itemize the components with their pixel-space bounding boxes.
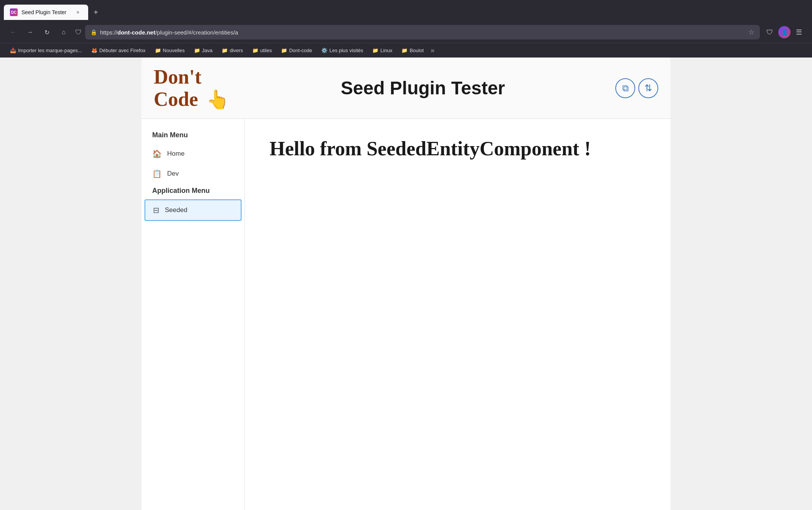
bookmark-linux[interactable]: 📁 Linux xyxy=(368,46,396,55)
folder-java-icon: 📁 xyxy=(194,48,200,53)
address-text: https://dont-code.net/plugin-seed/#/crea… xyxy=(100,29,745,36)
logo: Don't Code 👆 xyxy=(154,66,229,110)
folder-dont-code-icon: 📁 xyxy=(281,48,287,53)
open-external-button[interactable]: ⧉ xyxy=(615,78,635,98)
shield-icon: 🛡 xyxy=(75,28,82,36)
header-actions: ⧉ ⇅ xyxy=(615,78,658,98)
logo-hand-icon: 👆 xyxy=(206,89,229,110)
bookmarks-bar: 📥 Importer les marque-pages... 🦊 Débuter… xyxy=(0,43,812,58)
home-icon: 🏠 xyxy=(152,149,162,158)
sidebar-item-seeded[interactable]: ⊟ Seeded xyxy=(145,199,242,221)
main-content: Hello from SeededEntityComponent ! xyxy=(245,119,671,510)
nav-bar: ← → ↻ ⌂ 🛡 🔒 https://dont-code.net/plugin… xyxy=(0,21,812,43)
app-title: Seed Plugin Tester xyxy=(230,77,615,99)
bookmark-les-plus-visites[interactable]: ⚙️ Les plus visités xyxy=(317,46,367,55)
bookmark-import[interactable]: 📥 Importer les marque-pages... xyxy=(6,46,86,55)
bookmark-linux-label: Linux xyxy=(380,48,392,53)
bookmark-dont-code-label: Dont-code xyxy=(289,48,312,53)
back-button[interactable]: ← xyxy=(6,25,20,39)
lock-icon: 🔒 xyxy=(90,29,97,35)
more-bookmarks-button[interactable]: » xyxy=(431,46,434,54)
sync-button[interactable]: ⇅ xyxy=(638,78,658,98)
forward-button[interactable]: → xyxy=(23,25,37,39)
app-container: Don't Code 👆 Seed Plugin Tester ⧉ ⇅ xyxy=(141,58,671,510)
header-title-area: Seed Plugin Tester xyxy=(230,77,615,99)
address-path: /plugin-seed/#/creation/entities/a xyxy=(155,29,238,36)
bookmark-utiles-label: utiles xyxy=(260,48,272,53)
browser-chrome: DC Seed Plugin Tester × + ← → ↻ ⌂ 🛡 🔒 ht… xyxy=(0,0,812,58)
bookmark-import-label: Importer les marque-pages... xyxy=(18,48,82,53)
address-domain: dont-code.net xyxy=(117,29,155,36)
folder-linux-icon: 📁 xyxy=(372,48,378,53)
logo-line2: Code xyxy=(154,88,198,110)
bookmark-firefox[interactable]: 🦊 Débuter avec Firefox xyxy=(87,46,150,55)
profile-avatar[interactable]: 👤 xyxy=(778,26,791,38)
gear-icon: ⚙️ xyxy=(321,48,327,53)
sidebar-seeded-label: Seeded xyxy=(165,206,187,214)
firefox-icon: 🦊 xyxy=(91,48,97,53)
bookmark-dont-code[interactable]: 📁 Dont-code xyxy=(277,46,316,55)
bookmark-boulot-label: Boulot xyxy=(409,48,424,53)
logo-line1: Don't xyxy=(154,66,201,88)
sidebar-home-label: Home xyxy=(167,150,184,158)
sidebar-item-home[interactable]: 🏠 Home xyxy=(141,144,245,164)
open-external-icon: ⧉ xyxy=(622,83,629,94)
nav-actions: 🛡 👤 ☰ xyxy=(763,25,806,39)
home-button[interactable]: ⌂ xyxy=(57,25,71,39)
bookmark-les-plus-visites-label: Les plus visités xyxy=(329,48,363,53)
pocket-icon[interactable]: 🛡 xyxy=(763,25,777,39)
bookmark-java-label: Java xyxy=(202,48,212,53)
main-menu-label: Main Menu xyxy=(141,128,245,144)
main-heading: Hello from SeededEntityComponent ! xyxy=(270,137,646,160)
tab-favicon: DC xyxy=(10,8,18,16)
sidebar: Main Menu 🏠 Home 📋 Dev Application Menu … xyxy=(141,119,245,510)
folder-nouvelles-icon: 📁 xyxy=(155,48,161,53)
bookmark-nouvelles-label: Nouvelles xyxy=(163,48,185,53)
folder-boulot-icon: 📁 xyxy=(401,48,408,53)
folder-divers-icon: 📁 xyxy=(222,48,228,53)
sync-icon: ⇅ xyxy=(644,83,652,94)
logo-text: Don't Code 👆 xyxy=(154,66,229,110)
tab-bar: DC Seed Plugin Tester × + xyxy=(0,0,812,21)
page-content: Don't Code 👆 Seed Plugin Tester ⧉ ⇅ xyxy=(0,58,812,510)
bookmark-divers-label: divers xyxy=(230,48,243,53)
dev-icon: 📋 xyxy=(152,169,162,178)
bookmark-star-icon[interactable]: ☆ xyxy=(748,28,754,36)
sidebar-item-dev[interactable]: 📋 Dev xyxy=(141,164,245,184)
address-bar[interactable]: 🔒 https://dont-code.net/plugin-seed/#/cr… xyxy=(85,25,760,39)
logo-section: Don't Code 👆 xyxy=(154,66,230,110)
bookmark-divers[interactable]: 📁 divers xyxy=(218,46,247,55)
new-tab-button[interactable]: + xyxy=(90,6,102,18)
active-tab[interactable]: DC Seed Plugin Tester × xyxy=(4,5,88,20)
tab-title: Seed Plugin Tester xyxy=(21,9,70,15)
app-header: Don't Code 👆 Seed Plugin Tester ⧉ ⇅ xyxy=(141,58,671,119)
bookmark-java[interactable]: 📁 Java xyxy=(190,46,216,55)
bookmark-nouvelles[interactable]: 📁 Nouvelles xyxy=(151,46,189,55)
import-icon: 📥 xyxy=(10,48,16,53)
app-menu-label: Application Menu xyxy=(141,184,245,199)
bookmark-firefox-label: Débuter avec Firefox xyxy=(99,48,146,53)
app-body: Main Menu 🏠 Home 📋 Dev Application Menu … xyxy=(141,119,671,510)
sidebar-dev-label: Dev xyxy=(167,170,179,178)
reload-button[interactable]: ↻ xyxy=(40,25,54,39)
tab-close-button[interactable]: × xyxy=(74,8,82,16)
bookmark-utiles[interactable]: 📁 utiles xyxy=(248,46,276,55)
bookmark-boulot[interactable]: 📁 Boulot xyxy=(398,46,427,55)
folder-utiles-icon: 📁 xyxy=(252,48,258,53)
menu-icon[interactable]: ☰ xyxy=(792,25,806,39)
seeded-icon: ⊟ xyxy=(153,206,159,215)
